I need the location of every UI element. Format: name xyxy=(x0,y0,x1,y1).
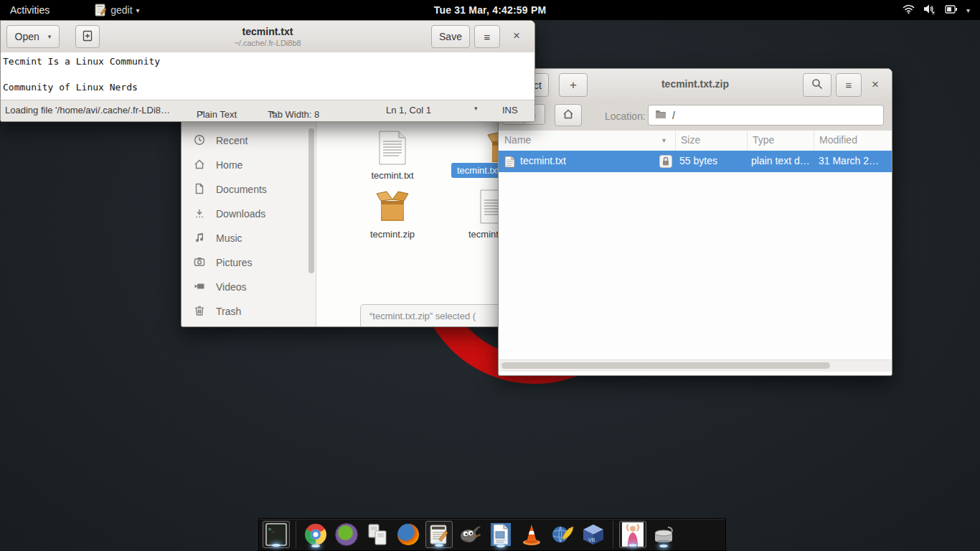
encrypted-lock-icon xyxy=(659,155,672,170)
search-button[interactable] xyxy=(803,73,831,97)
cursor-position[interactable]: Ln 1, Col 1 xyxy=(386,105,431,116)
dock-separator xyxy=(296,521,296,548)
image-viewer-icon[interactable] xyxy=(619,521,646,548)
document-title: tecmint.txt xyxy=(144,26,391,37)
svg-text:VB: VB xyxy=(588,537,595,542)
file-manager-icon[interactable] xyxy=(364,521,391,548)
sidebar-item-label: Music xyxy=(216,232,242,244)
tor-browser-icon[interactable] xyxy=(333,521,360,548)
gedit-window: Open ▾ tecmint.txt ~/.cache/.fr-LDi8b8 S… xyxy=(0,20,535,122)
recent-icon xyxy=(194,134,205,148)
location-bar: ‹ › Location: / xyxy=(499,100,892,131)
menu-button[interactable]: ≡ xyxy=(836,73,862,97)
chevron-down-icon: ▾ xyxy=(966,6,970,14)
home-button[interactable] xyxy=(555,104,582,126)
gimp-icon[interactable] xyxy=(456,521,484,548)
file-item-tecmint-zip[interactable]: tecmint.zip xyxy=(359,189,425,240)
sidebar-item-label: Videos xyxy=(216,281,247,293)
table-header: Name ▼ Size Type Modified xyxy=(499,131,892,151)
text-editor-icon[interactable] xyxy=(425,521,453,548)
web-browser-icon[interactable] xyxy=(549,521,576,548)
sidebar-item-pictures[interactable]: Pictures xyxy=(182,250,328,275)
text-editor-area[interactable]: Tecmint Is a Linux Community Community o… xyxy=(1,52,534,103)
sidebar-item-downloads[interactable]: Downloads xyxy=(182,202,328,226)
archive-file-list[interactable] xyxy=(499,172,892,359)
title-area: tecmint.txt ~/.cache/.fr-LDi8b8 xyxy=(144,23,391,47)
sidebar-item-videos[interactable]: Videos xyxy=(182,275,328,299)
trash-icon xyxy=(194,305,205,319)
horizontal-scrollbar[interactable] xyxy=(499,359,892,372)
system-status-area[interactable]: ▾ xyxy=(903,4,980,17)
sidebar-item-label: Trash xyxy=(216,306,241,317)
terminal-icon[interactable]: >_ xyxy=(263,521,290,548)
battery-icon xyxy=(945,4,958,17)
files-window: Recent Home Documents Downloads Music Pi… xyxy=(181,106,547,327)
printer-icon[interactable] xyxy=(650,521,677,548)
new-document-button[interactable] xyxy=(75,25,100,48)
home-icon xyxy=(194,159,205,172)
column-header-name[interactable]: Name xyxy=(504,134,531,146)
chevron-down-icon: ▾ xyxy=(271,109,275,116)
selection-status-text: “tecmint.txt.zip” selected ( xyxy=(369,311,476,321)
row-size: 55 bytes xyxy=(679,155,717,166)
vlc-icon[interactable] xyxy=(518,521,545,548)
close-button[interactable]: × xyxy=(864,74,886,95)
column-header-modified[interactable]: Modified xyxy=(819,134,857,146)
music-icon xyxy=(194,232,205,245)
overwrite-mode-indicator[interactable]: INS xyxy=(502,105,518,116)
chrome-icon[interactable] xyxy=(302,521,329,548)
chevron-down-icon: ▾ xyxy=(474,105,478,112)
sidebar-scrollbar[interactable] xyxy=(308,128,314,273)
new-document-icon xyxy=(82,30,93,44)
file-label: tecmint.txt xyxy=(359,170,425,181)
file-label: tecmint.zip xyxy=(359,229,425,240)
gedit-statusbar: Loading file '/home/avi/.cache/.fr-LDi8…… xyxy=(1,100,534,121)
location-value: / xyxy=(672,110,675,121)
archive-icon xyxy=(375,214,410,226)
volume-muted-icon xyxy=(923,4,936,17)
column-header-size[interactable]: Size xyxy=(681,134,700,146)
row-name: tecmint.txt xyxy=(520,155,566,166)
file-item-tecmint-txt[interactable]: tecmint.txt xyxy=(359,131,425,181)
virtualbox-icon[interactable]: VB xyxy=(580,521,607,548)
sidebar-item-music[interactable]: Music xyxy=(182,226,328,250)
sidebar-item-label: Recent xyxy=(216,135,248,146)
text-file-icon xyxy=(377,155,407,167)
search-icon xyxy=(811,78,823,92)
sidebar-item-recent[interactable]: Recent xyxy=(182,128,328,153)
top-bar: Activities gedit ▾ Tue 31 Mar, 4:42:59 P… xyxy=(0,0,980,20)
dock: >_ VB xyxy=(258,518,726,551)
text-file-icon xyxy=(504,156,515,170)
sidebar-item-label: Home xyxy=(216,159,242,171)
gedit-headerbar: Open ▾ tecmint.txt ~/.cache/.fr-LDi8b8 S… xyxy=(1,21,534,53)
open-button[interactable]: Open ▾ xyxy=(6,25,60,48)
sidebar-item-home[interactable]: Home xyxy=(182,153,328,177)
document-icon xyxy=(194,183,205,197)
firefox-icon[interactable] xyxy=(395,521,422,548)
save-button[interactable]: Save xyxy=(431,25,470,48)
archive-manager-window: Extract + tecmint.txt.zip ≡ × ‹ › Locati… xyxy=(498,68,892,376)
video-camera-icon xyxy=(194,281,205,294)
files-sidebar: Recent Home Documents Downloads Music Pi… xyxy=(182,107,316,326)
libreoffice-icon[interactable] xyxy=(487,521,514,548)
row-modified: 31 March 2… xyxy=(819,155,887,166)
window-title: tecmint.txt.zip xyxy=(599,78,791,90)
column-header-type[interactable]: Type xyxy=(753,134,774,146)
sidebar-item-label: Pictures xyxy=(216,257,253,268)
scrollbar-thumb[interactable] xyxy=(501,362,830,369)
sidebar-item-documents[interactable]: Documents xyxy=(182,177,328,202)
sidebar-item-label: Downloads xyxy=(216,208,265,220)
camera-icon xyxy=(194,256,205,270)
sort-descending-icon[interactable]: ▼ xyxy=(661,137,667,144)
table-row[interactable]: tecmint.txt 55 bytes plain text d… 31 Ma… xyxy=(499,151,892,172)
menu-button[interactable]: ≡ xyxy=(474,25,500,48)
location-label: Location: xyxy=(605,110,646,122)
add-files-button[interactable]: + xyxy=(559,73,588,97)
clock[interactable]: Tue 31 Mar, 4:42:59 PM xyxy=(0,4,980,16)
svg-text:>_: >_ xyxy=(268,527,275,532)
folder-icon xyxy=(655,109,666,121)
sidebar-item-trash[interactable]: Trash xyxy=(182,299,328,324)
chevron-down-icon: ▾ xyxy=(48,33,52,40)
location-input[interactable]: / xyxy=(648,105,884,126)
close-button[interactable]: × xyxy=(506,25,527,47)
